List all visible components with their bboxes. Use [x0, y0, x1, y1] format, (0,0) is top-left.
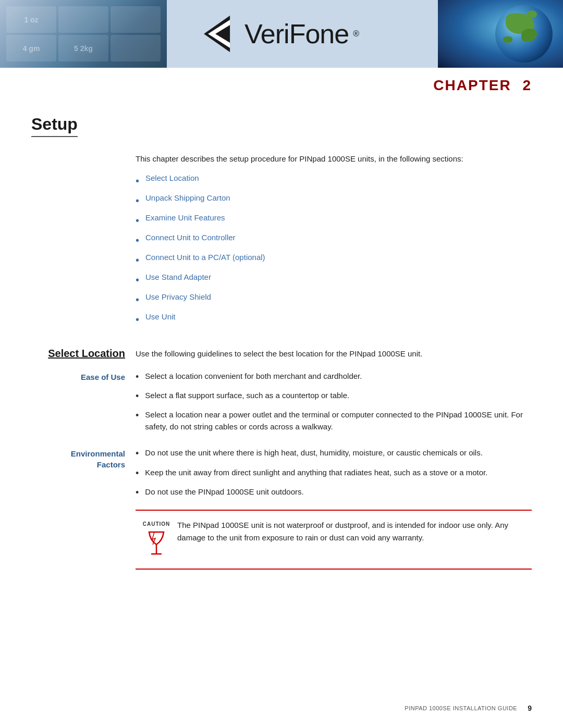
select-location-heading: Select Location [48, 348, 125, 359]
key-6 [111, 35, 161, 61]
key-4: 4 gm [6, 35, 56, 61]
toc-link[interactable]: Connect Unit to Controller [145, 233, 236, 242]
header-logo-area: VeriFone® [204, 0, 359, 68]
toc-item[interactable]: •Connect Unit to a PC/AT (optional) [136, 253, 532, 267]
environmental-item: •Keep the unit away from direct sunlight… [136, 467, 532, 480]
environmental-factors-list: •Do not use the unit where there is high… [136, 447, 532, 499]
ease-of-use-item: •Select a location convenient for both m… [136, 371, 532, 384]
select-location-intro: Use the following guidelines to select t… [136, 348, 532, 360]
toc-item[interactable]: •Use Unit [136, 312, 532, 327]
ease-of-use-item: •Select a flat support surface, such as … [136, 390, 532, 403]
intro-right: This chapter describes the setup procedu… [136, 153, 532, 332]
select-location-section: Select Location Use the following guidel… [31, 344, 532, 371]
bullet-icon: • [136, 447, 139, 460]
toc-item[interactable]: •Use Privacy Shield [136, 292, 532, 307]
key-5: 5 2kg [58, 35, 108, 61]
ease-of-use-heading: Ease of Use [81, 373, 125, 381]
intro-left [31, 153, 136, 332]
environmental-factors-heading: Environmental Factors [71, 449, 125, 469]
toc-item[interactable]: •Select Location [136, 174, 532, 188]
bullet-icon: • [136, 312, 139, 327]
bullet-icon: • [136, 273, 139, 287]
bullet-icon: • [136, 486, 139, 499]
page-header: 1 oz 4 gm 5 2kg VeriFone® [0, 0, 563, 68]
toc-link[interactable]: Use Privacy Shield [145, 292, 211, 301]
toc-link[interactable]: Select Location [145, 174, 199, 182]
chapter-number: 2 [522, 77, 532, 93]
key-1: 1 oz [6, 6, 56, 33]
key-2 [58, 6, 108, 33]
setup-title: Setup [31, 115, 78, 137]
ease-of-use-item-text: Select a flat support surface, such as a… [145, 390, 349, 402]
toc-item[interactable]: •Use Stand Adapter [136, 273, 532, 287]
toc-link[interactable]: Examine Unit Features [145, 213, 225, 222]
bullet-icon: • [136, 253, 139, 267]
toc-item[interactable]: •Examine Unit Features [136, 213, 532, 228]
caution-icon-area: Caution [136, 519, 177, 560]
bullet-icon: • [136, 193, 139, 208]
bullet-icon: • [136, 467, 139, 480]
toc-link[interactable]: Use Unit [145, 312, 176, 321]
ease-of-use-left: Ease of Use [31, 371, 136, 439]
footer-page-number: 9 [528, 704, 532, 712]
environmental-item-text: Do not use the unit where there is high … [145, 447, 483, 459]
environmental-item: •Do not use the PINpad 1000SE unit outdo… [136, 486, 532, 499]
globe-image [495, 5, 553, 63]
environmental-factors-left: Environmental Factors [31, 447, 136, 570]
chapter-label: Chapter 2 [433, 77, 532, 93]
footer-product-text: PINpad 1000SE Installation Guide [405, 705, 517, 712]
ease-of-use-item: •Select a location near a power outlet a… [136, 409, 532, 433]
toc-link[interactable]: Use Stand Adapter [145, 273, 211, 281]
ease-of-use-list: •Select a location convenient for both m… [136, 371, 532, 433]
ease-of-use-item-text: Select a location near a power outlet an… [145, 409, 532, 433]
key-3 [111, 6, 161, 33]
ease-of-use-item-text: Select a location convenient for both me… [145, 371, 362, 382]
toc-list: •Select Location•Unpack Shipping Carton•… [136, 174, 532, 327]
bullet-icon: • [136, 292, 139, 307]
footer-product: PINpad 1000SE Installation Guide [405, 705, 517, 711]
bullet-icon: • [136, 371, 139, 384]
bullet-icon: • [136, 409, 139, 422]
chapter-bar: Chapter 2 [0, 68, 563, 99]
environmental-item-text: Keep the unit away from direct sunlight … [145, 467, 487, 479]
page-content: Setup This chapter describes the setup p… [0, 99, 563, 599]
caution-text: The PINpad 1000SE unit is not waterproof… [177, 519, 532, 544]
environmental-item: •Do not use the unit where there is high… [136, 447, 532, 460]
select-location-left: Select Location [31, 344, 136, 371]
ease-of-use-row: Ease of Use •Select a location convenien… [31, 371, 532, 439]
bullet-icon: • [136, 213, 139, 228]
chapter-word: Chapter [433, 77, 511, 93]
intro-text: This chapter describes the setup procedu… [136, 153, 532, 165]
toc-link[interactable]: Unpack Shipping Carton [145, 193, 230, 202]
header-right-image [438, 0, 563, 68]
page-wrapper: 1 oz 4 gm 5 2kg VeriFone® [0, 0, 563, 728]
toc-item[interactable]: •Connect Unit to Controller [136, 233, 532, 248]
bullet-icon: • [136, 233, 139, 248]
header-left-image: 1 oz 4 gm 5 2kg [0, 0, 167, 68]
page-footer: PINpad 1000SE Installation Guide 9 [0, 704, 563, 712]
bullet-icon: • [136, 390, 139, 403]
environmental-factors-right: •Do not use the unit where there is high… [136, 447, 532, 570]
verifone-logo: VeriFone® [204, 16, 359, 52]
toc-item[interactable]: •Unpack Shipping Carton [136, 193, 532, 208]
select-location-right: Use the following guidelines to select t… [136, 344, 532, 371]
caution-label: Caution [143, 521, 170, 527]
caution-box: Caution The PINpad 1 [136, 510, 532, 570]
intro-section: This chapter describes the setup procedu… [31, 153, 532, 332]
logo-registered: ® [353, 29, 359, 39]
logo-icon [204, 16, 240, 52]
environmental-factors-row: Environmental Factors •Do not use the un… [31, 447, 532, 570]
toc-link[interactable]: Connect Unit to a PC/AT (optional) [145, 253, 265, 262]
environmental-item-text: Do not use the PINpad 1000SE unit outdoo… [145, 486, 303, 498]
logo-text: VeriFone [244, 18, 349, 50]
bullet-icon: • [136, 174, 139, 188]
ease-of-use-right: •Select a location convenient for both m… [136, 371, 532, 439]
caution-icon [145, 530, 168, 560]
